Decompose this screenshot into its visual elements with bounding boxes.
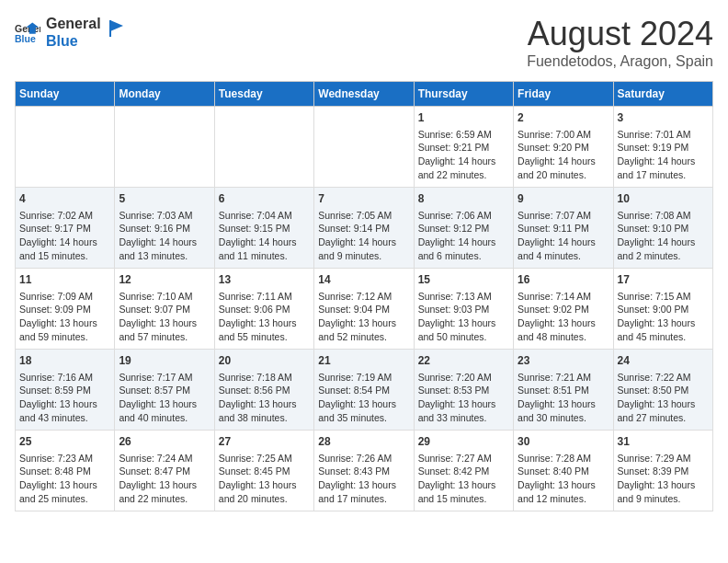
day-info-line: Daylight: 13 hours [618, 478, 709, 492]
day-cell: 28Sunrise: 7:26 AMSunset: 8:43 PMDayligh… [314, 431, 414, 511]
day-cell: 9Sunrise: 7:07 AMSunset: 9:11 PMDaylight… [514, 188, 613, 269]
day-info-line: and 45 minutes. [618, 330, 709, 344]
day-info-line: Daylight: 13 hours [119, 316, 210, 330]
day-number: 28 [318, 434, 409, 450]
day-info-line: Sunset: 9:02 PM [518, 303, 609, 316]
day-info-line: Daylight: 13 hours [19, 316, 110, 330]
col-header-wednesday: Wednesday [314, 82, 414, 107]
day-cell [314, 107, 414, 188]
day-info-line: Sunrise: 7:29 AM [618, 452, 709, 465]
day-info-line: Daylight: 14 hours [418, 236, 509, 249]
day-info-line: and 15 minutes. [418, 492, 509, 506]
day-info-line: Sunrise: 7:23 AM [19, 452, 110, 465]
day-cell: 31Sunrise: 7:29 AMSunset: 8:39 PMDayligh… [613, 431, 712, 511]
day-number: 26 [119, 434, 210, 450]
day-info-line: Sunset: 9:11 PM [518, 222, 609, 236]
day-info-line: Sunrise: 7:09 AM [19, 290, 110, 304]
main-title: August 2024 [527, 15, 713, 53]
day-info-line: Sunset: 9:10 PM [618, 222, 709, 236]
day-info-line: Sunrise: 7:26 AM [318, 452, 409, 465]
day-number: 19 [119, 353, 210, 369]
day-number: 31 [618, 434, 709, 450]
day-info-line: and 27 minutes. [618, 411, 709, 425]
day-info-line: and 22 minutes. [418, 168, 509, 182]
day-info-line: Daylight: 13 hours [618, 316, 709, 330]
week-row-4: 18Sunrise: 7:16 AMSunset: 8:59 PMDayligh… [16, 350, 713, 431]
day-info-line: Sunrise: 7:01 AM [618, 128, 709, 142]
day-cell: 3Sunrise: 7:01 AMSunset: 9:19 PMDaylight… [613, 107, 712, 188]
day-cell: 25Sunrise: 7:23 AMSunset: 8:48 PMDayligh… [16, 431, 115, 511]
day-cell: 16Sunrise: 7:14 AMSunset: 9:02 PMDayligh… [514, 269, 613, 350]
column-headers: SundayMondayTuesdayWednesdayThursdayFrid… [16, 82, 713, 107]
day-info-line: Sunrise: 7:17 AM [119, 371, 210, 385]
day-info-line: Sunset: 8:45 PM [219, 465, 310, 478]
day-cell: 2Sunrise: 7:00 AMSunset: 9:20 PMDaylight… [514, 107, 613, 188]
day-cell: 14Sunrise: 7:12 AMSunset: 9:04 PMDayligh… [314, 269, 414, 350]
day-cell: 5Sunrise: 7:03 AMSunset: 9:16 PMDaylight… [115, 188, 214, 269]
day-info-line: Sunset: 9:00 PM [618, 303, 709, 316]
day-info-line: Sunset: 8:56 PM [219, 384, 310, 397]
day-number: 3 [618, 110, 709, 126]
day-info-line: Sunset: 8:42 PM [418, 465, 509, 478]
day-number: 17 [618, 272, 709, 288]
day-info-line: Daylight: 13 hours [518, 316, 609, 330]
day-number: 11 [19, 272, 110, 288]
day-info-line: and 35 minutes. [318, 411, 409, 425]
day-info-line: and 20 minutes. [518, 168, 609, 182]
day-number: 29 [418, 434, 509, 450]
day-number: 10 [618, 191, 709, 207]
day-info-line: and 57 minutes. [119, 330, 210, 344]
day-cell: 23Sunrise: 7:21 AMSunset: 8:51 PMDayligh… [514, 350, 613, 431]
day-cell: 8Sunrise: 7:06 AMSunset: 9:12 PMDaylight… [414, 188, 513, 269]
day-info-line: Sunset: 8:51 PM [518, 384, 609, 397]
day-number: 12 [119, 272, 210, 288]
day-info-line: Sunrise: 7:15 AM [618, 290, 709, 304]
logo-blue: Blue [46, 32, 101, 50]
day-info-line: Sunset: 8:40 PM [518, 465, 609, 478]
title-block: August 2024 Fuendetodos, Aragon, Spain [527, 15, 713, 70]
day-info-line: Daylight: 13 hours [219, 478, 310, 492]
day-cell: 22Sunrise: 7:20 AMSunset: 8:53 PMDayligh… [414, 350, 513, 431]
day-number: 22 [418, 353, 509, 369]
day-info-line: Sunrise: 7:10 AM [119, 290, 210, 304]
day-info-line: Sunset: 9:12 PM [418, 222, 509, 236]
day-cell: 24Sunrise: 7:22 AMSunset: 8:50 PMDayligh… [613, 350, 712, 431]
day-cell: 13Sunrise: 7:11 AMSunset: 9:06 PMDayligh… [214, 269, 313, 350]
day-info-line: Daylight: 13 hours [119, 478, 210, 492]
day-info-line: Sunset: 9:04 PM [318, 303, 409, 316]
day-info-line: Daylight: 13 hours [219, 316, 310, 330]
day-info-line: Daylight: 14 hours [19, 236, 110, 249]
day-info-line: Sunrise: 7:25 AM [219, 452, 310, 465]
day-cell: 4Sunrise: 7:02 AMSunset: 9:17 PMDaylight… [16, 188, 115, 269]
day-info-line: Daylight: 13 hours [318, 397, 409, 411]
day-info-line: and 17 minutes. [318, 492, 409, 506]
day-number: 14 [318, 272, 409, 288]
day-info-line: Sunrise: 6:59 AM [418, 128, 509, 142]
day-cell: 26Sunrise: 7:24 AMSunset: 8:47 PMDayligh… [115, 431, 214, 511]
day-info-line: Sunset: 8:57 PM [119, 384, 210, 397]
day-info-line: Sunrise: 7:13 AM [418, 290, 509, 304]
day-info-line: Sunset: 9:16 PM [119, 222, 210, 236]
day-cell: 27Sunrise: 7:25 AMSunset: 8:45 PMDayligh… [214, 431, 313, 511]
logo-general: General [46, 15, 101, 32]
day-info-line: Sunrise: 7:00 AM [518, 128, 609, 142]
svg-marker-3 [110, 20, 123, 31]
day-number: 2 [518, 110, 609, 126]
day-info-line: Sunrise: 7:12 AM [318, 290, 409, 304]
day-info-line: Sunrise: 7:07 AM [518, 209, 609, 223]
day-info-line: and 17 minutes. [618, 168, 709, 182]
day-number: 21 [318, 353, 409, 369]
day-info-line: Daylight: 14 hours [418, 155, 509, 168]
day-info-line: and 6 minutes. [418, 249, 509, 263]
day-info-line: Daylight: 13 hours [318, 316, 409, 330]
day-info-line: and 11 minutes. [219, 249, 310, 263]
day-info-line: Daylight: 13 hours [418, 397, 509, 411]
day-info-line: Daylight: 13 hours [19, 478, 110, 492]
day-info-line: and 20 minutes. [219, 492, 310, 506]
day-info-line: Daylight: 13 hours [518, 478, 609, 492]
col-header-sunday: Sunday [16, 82, 115, 107]
day-info-line: and 22 minutes. [119, 492, 210, 506]
day-cell: 10Sunrise: 7:08 AMSunset: 9:10 PMDayligh… [613, 188, 712, 269]
day-info-line: and 30 minutes. [518, 411, 609, 425]
day-info-line: Sunset: 8:47 PM [119, 465, 210, 478]
